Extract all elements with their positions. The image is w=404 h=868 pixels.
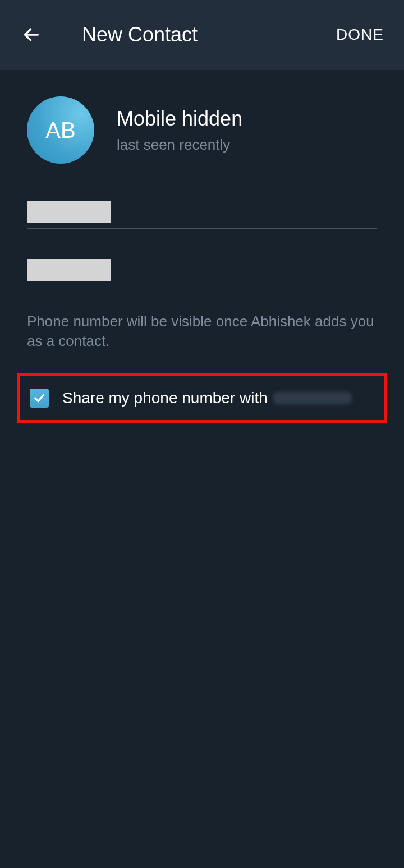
- share-phone-row[interactable]: Share my phone number with: [17, 373, 387, 423]
- share-phone-label: Share my phone number with: [62, 389, 268, 407]
- first-name-field[interactable]: [27, 195, 377, 229]
- profile-status: last seen recently: [117, 136, 242, 154]
- share-phone-label-wrap: Share my phone number with: [62, 389, 352, 407]
- profile-row: AB Mobile hidden last seen recently: [27, 96, 377, 164]
- profile-text: Mobile hidden last seen recently: [117, 107, 242, 154]
- arrow-left-icon: [22, 25, 41, 44]
- phone-visibility-hint: Phone number will be visible once Abhish…: [27, 312, 377, 351]
- share-phone-checkbox[interactable]: [30, 389, 49, 408]
- back-button[interactable]: [20, 24, 43, 46]
- share-target-name-redacted: [273, 392, 352, 404]
- first-name-value-redacted: [27, 201, 111, 223]
- page-title: New Contact: [82, 23, 336, 47]
- done-button[interactable]: DONE: [336, 26, 384, 44]
- content-area: AB Mobile hidden last seen recently Phon…: [0, 70, 404, 423]
- profile-name: Mobile hidden: [117, 107, 242, 131]
- checkmark-icon: [33, 392, 45, 404]
- last-name-field[interactable]: [27, 253, 377, 287]
- app-header: New Contact DONE: [0, 0, 404, 70]
- last-name-value-redacted: [27, 259, 111, 281]
- avatar: AB: [27, 96, 94, 164]
